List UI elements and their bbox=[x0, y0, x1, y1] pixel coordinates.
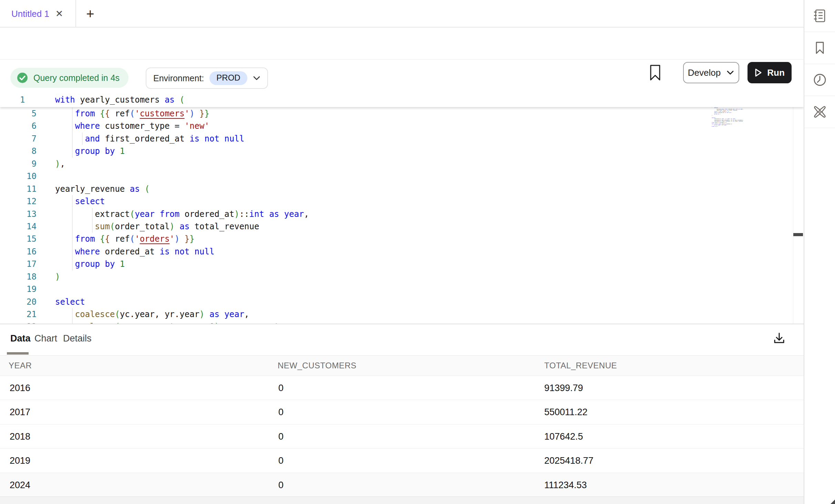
cell: 2025418.77 bbox=[544, 455, 594, 466]
table-row[interactable]: 20240111234.53 bbox=[0, 473, 804, 497]
indent-guide bbox=[72, 321, 73, 324]
environment-badge: PROD bbox=[209, 71, 247, 85]
query-status-text: Query completed in 4s bbox=[33, 73, 120, 83]
indent-guide bbox=[72, 133, 73, 145]
chevron-down-icon bbox=[726, 70, 734, 75]
code-line[interactable]: 12 select bbox=[0, 195, 804, 208]
column-header-new-customers[interactable]: NEW_CUSTOMERS bbox=[278, 361, 357, 370]
run-label: Run bbox=[767, 67, 785, 78]
indent-guide bbox=[72, 208, 73, 220]
table-row[interactable]: 20180107642.5 bbox=[0, 424, 804, 449]
cell: 0 bbox=[278, 431, 284, 442]
cell: 2016 bbox=[10, 383, 30, 393]
environment-selector[interactable]: Environment: PROD bbox=[146, 67, 268, 89]
table-row[interactable]: 20170550011.22 bbox=[0, 400, 804, 424]
tab-data[interactable]: Data bbox=[10, 333, 31, 344]
code-line[interactable]: 14 sum(order_total) as total_revenue bbox=[0, 220, 804, 233]
code-line[interactable]: 9), bbox=[0, 158, 804, 170]
table-row[interactable]: 201902025418.77 bbox=[0, 449, 804, 473]
cell: 0 bbox=[278, 480, 284, 491]
scrollbar-thumb[interactable] bbox=[793, 233, 803, 236]
code-line[interactable]: 11yearly_revenue as ( bbox=[0, 183, 804, 195]
code-line[interactable]: 6 where customer_type = 'new' bbox=[0, 120, 804, 132]
line-number: 13 bbox=[0, 208, 37, 220]
develop-button[interactable]: Develop bbox=[683, 62, 739, 83]
toolbar: Develop Run bbox=[0, 28, 804, 60]
line-number: 11 bbox=[0, 183, 37, 195]
code-line[interactable]: 13 extract(year from ordered_at)::int as… bbox=[0, 208, 804, 220]
sidebar-button-history[interactable] bbox=[804, 64, 835, 96]
code-line[interactable]: 16 where ordered_at is not null bbox=[0, 245, 804, 258]
new-tab-button[interactable]: + bbox=[82, 6, 99, 22]
code-line[interactable]: 15 from {{ ref('orders') }} bbox=[0, 233, 804, 245]
column-header-total-revenue[interactable]: TOTAL_REVENUE bbox=[544, 361, 617, 370]
plus-icon: + bbox=[86, 6, 94, 22]
check-circle-icon bbox=[17, 72, 28, 84]
table-row[interactable]: 2016091399.79 bbox=[0, 376, 804, 400]
notebook-icon bbox=[812, 8, 827, 23]
resize-handle[interactable] bbox=[831, 500, 835, 504]
code-line[interactable]: 10 bbox=[0, 170, 804, 182]
cell: 2017 bbox=[10, 407, 30, 418]
indent-guide bbox=[72, 258, 73, 270]
minimap[interactable]: with yearly_customers as ( select extrac… bbox=[712, 94, 791, 314]
line-number: 21 bbox=[0, 308, 37, 321]
line-number: 19 bbox=[0, 283, 37, 295]
sticky-line[interactable]: 1with yearly_customers as ( bbox=[0, 94, 804, 107]
compass-star-icon bbox=[812, 104, 828, 120]
code-line[interactable]: 17 group by 1 bbox=[0, 258, 804, 270]
cell: 107642.5 bbox=[544, 431, 583, 442]
code-line[interactable]: 22 coalesce(yc.new_customers, 0) as new_… bbox=[0, 321, 804, 324]
cell: 0 bbox=[278, 383, 284, 393]
tab-label: Untitled 1 bbox=[11, 9, 49, 19]
bookmark-button[interactable] bbox=[649, 64, 661, 81]
code-line[interactable]: 5 from {{ ref('customers') }} bbox=[0, 107, 804, 120]
line-number: 9 bbox=[0, 158, 37, 170]
cell: 550011.22 bbox=[544, 407, 588, 418]
cell: 91399.79 bbox=[544, 383, 583, 393]
code-line[interactable]: 8 group by 1 bbox=[0, 145, 804, 157]
line-number: 14 bbox=[0, 220, 37, 233]
cell: 2018 bbox=[10, 431, 30, 442]
cell: 2024 bbox=[10, 480, 30, 491]
code-editor[interactable]: 5 from {{ ref('customers') }}6 where cus… bbox=[0, 94, 804, 324]
play-icon bbox=[754, 68, 763, 77]
code-line[interactable]: 7 and first_ordered_at is not null bbox=[0, 133, 804, 145]
code-line[interactable]: 18) bbox=[0, 271, 804, 283]
cell: 111234.53 bbox=[544, 480, 587, 491]
editor-scroll-area[interactable]: 5 from {{ ref('customers') }}6 where cus… bbox=[0, 107, 804, 324]
line-number: 18 bbox=[0, 271, 37, 283]
run-button[interactable]: Run bbox=[748, 62, 792, 83]
query-status-badge: Query completed in 4s bbox=[10, 68, 128, 88]
line-number: 6 bbox=[0, 120, 37, 132]
close-icon[interactable]: ✕ bbox=[55, 9, 63, 19]
line-number: 8 bbox=[0, 145, 37, 157]
results-panel: Data Chart Details YEAR NEW_CUSTOMERS TO… bbox=[0, 324, 804, 496]
cell: 2019 bbox=[10, 455, 30, 466]
active-tab-underline bbox=[7, 352, 29, 355]
editor-scrollbar-track[interactable] bbox=[793, 94, 804, 324]
code-line[interactable]: 20select bbox=[0, 296, 804, 308]
horizontal-scrollbar-area[interactable] bbox=[0, 496, 804, 504]
code-line[interactable]: 21 coalesce(yc.year, yr.year) as year, bbox=[0, 308, 804, 321]
tab-chart[interactable]: Chart bbox=[34, 333, 57, 344]
sidebar-button-bookmarks[interactable] bbox=[804, 32, 835, 64]
code-line[interactable]: 19 bbox=[0, 283, 804, 295]
download-button[interactable] bbox=[772, 331, 786, 345]
line-number: 12 bbox=[0, 195, 37, 208]
indent-guide bbox=[72, 107, 73, 120]
tab-untitled-1[interactable]: Untitled 1 ✕ bbox=[0, 0, 76, 28]
indent-guide bbox=[72, 308, 73, 321]
column-header-year[interactable]: YEAR bbox=[9, 361, 32, 370]
indent-guide bbox=[92, 208, 93, 220]
line-number: 10 bbox=[0, 170, 37, 182]
results-table-body: 2016091399.7920170550011.2220180107642.5… bbox=[0, 376, 804, 497]
line-number: 15 bbox=[0, 233, 37, 245]
chevron-down-icon bbox=[253, 76, 260, 81]
sidebar-button-notebook[interactable] bbox=[804, 0, 835, 32]
indent-guide bbox=[72, 220, 73, 233]
right-sidebar bbox=[804, 0, 835, 504]
sidebar-button-explore[interactable] bbox=[804, 96, 835, 128]
tab-details[interactable]: Details bbox=[63, 333, 92, 344]
download-icon bbox=[772, 331, 786, 345]
